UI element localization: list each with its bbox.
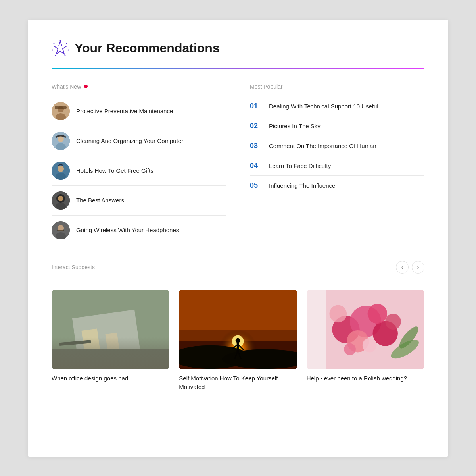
whats-new-item-text: Protective Preventative Maintenance <box>76 108 173 114</box>
svg-rect-30 <box>52 349 169 369</box>
whats-new-item[interactable]: Hotels How To Get Free Gifts <box>52 156 226 186</box>
new-dot <box>84 85 88 88</box>
whats-new-section: What's New Protective Preventative Maint… <box>52 83 226 245</box>
whats-new-item[interactable]: Cleaning And Organizing Your Computer <box>52 126 226 156</box>
suggest-cards-container: When office design goes bad <box>52 290 424 392</box>
gradient-divider <box>52 68 424 69</box>
interact-suggests-section: Interact Suggests ‹ › <box>52 261 424 392</box>
interact-divider <box>52 280 424 280</box>
whats-new-item-text: Hotels How To Get Free Gifts <box>76 167 154 174</box>
svg-rect-28 <box>81 328 100 354</box>
suggest-card[interactable]: Self Motivation How To Keep Yourself Mot… <box>179 290 297 392</box>
svg-marker-0 <box>54 41 67 54</box>
svg-point-3 <box>68 49 69 50</box>
main-card: Your Recommendations What's New <box>28 20 448 457</box>
svg-point-7 <box>54 43 55 44</box>
svg-point-2 <box>66 43 67 44</box>
interact-header: Interact Suggests ‹ › <box>52 261 424 274</box>
popular-item-text: Influencing The Influencer <box>269 182 337 189</box>
avatar <box>52 102 70 120</box>
suggest-card[interactable]: When office design goes bad <box>52 290 169 392</box>
suggest-card-title: Help - ever been to a Polish wedding? <box>307 375 407 382</box>
suggest-card-image <box>307 290 424 369</box>
suggest-card[interactable]: Help - ever been to a Polish wedding? <box>307 290 424 392</box>
whats-new-item-text: The Best Answers <box>76 197 124 204</box>
avatar <box>52 221 70 239</box>
whats-new-item-text: Cleaning And Organizing Your Computer <box>76 137 183 144</box>
next-arrow[interactable]: › <box>412 261 424 274</box>
avatar <box>52 191 70 210</box>
most-popular-item[interactable]: 01 Dealing With Technical Support 10 Use… <box>250 96 424 116</box>
svg-point-51 <box>367 304 387 324</box>
prev-arrow[interactable]: ‹ <box>396 261 409 274</box>
suggest-card-title: When office design goes bad <box>52 375 128 382</box>
svg-rect-25 <box>57 230 64 231</box>
header: Your Recommendations <box>52 40 424 57</box>
avatar <box>52 162 70 180</box>
svg-rect-11 <box>55 106 67 109</box>
page-title: Your Recommendations <box>75 41 220 56</box>
suggest-card-title: Self Motivation How To Keep Yourself Mot… <box>179 375 278 391</box>
whats-new-item[interactable]: Protective Preventative Maintenance <box>52 96 226 126</box>
whats-new-label: What's New <box>52 83 226 90</box>
most-popular-label: Most Popular <box>250 83 424 90</box>
svg-point-6 <box>52 49 53 50</box>
rank-number: 04 <box>250 162 261 170</box>
rank-number: 01 <box>250 102 261 110</box>
whats-new-item-text: Going Wireless With Your Headphones <box>76 227 179 233</box>
svg-point-5 <box>55 55 56 56</box>
svg-point-1 <box>60 40 61 41</box>
suggest-card-image <box>179 290 297 369</box>
most-popular-item[interactable]: 02 Pictures In The Sky <box>250 116 424 136</box>
suggest-card-image <box>52 290 169 369</box>
nav-arrows: ‹ › <box>396 261 424 274</box>
avatar <box>52 132 70 150</box>
svg-rect-58 <box>307 290 326 368</box>
popular-item-text: Comment On The Importance Of Human <box>269 143 376 149</box>
svg-rect-41 <box>237 343 239 353</box>
whats-new-item[interactable]: Going Wireless With Your Headphones <box>52 216 226 245</box>
svg-point-52 <box>329 305 347 322</box>
most-popular-item[interactable]: 03 Comment On The Importance Of Human <box>250 136 424 156</box>
whats-new-list: Protective Preventative Maintenance Clea… <box>52 96 226 245</box>
svg-point-55 <box>344 343 356 355</box>
rank-number: 03 <box>250 142 261 150</box>
star-icon <box>52 40 69 57</box>
whats-new-item[interactable]: The Best Answers <box>52 186 226 216</box>
interact-suggests-label: Interact Suggests <box>52 264 95 270</box>
svg-point-4 <box>65 55 66 56</box>
rank-number: 02 <box>250 122 261 130</box>
most-popular-section: Most Popular 01 Dealing With Technical S… <box>250 83 424 245</box>
popular-item-text: Pictures In The Sky <box>269 123 321 129</box>
svg-point-40 <box>236 338 240 343</box>
most-popular-item[interactable]: 04 Learn To Face Difficulty <box>250 156 424 176</box>
most-popular-list: 01 Dealing With Technical Support 10 Use… <box>250 96 424 195</box>
svg-point-16 <box>58 166 64 172</box>
svg-point-54 <box>362 338 376 352</box>
svg-rect-27 <box>72 309 141 365</box>
sections-container: What's New Protective Preventative Maint… <box>52 83 424 245</box>
popular-item-text: Dealing With Technical Support 10 Useful… <box>269 103 383 110</box>
most-popular-item[interactable]: 05 Influencing The Influencer <box>250 176 424 195</box>
svg-rect-31 <box>60 340 91 346</box>
popular-item-text: Learn To Face Difficulty <box>269 162 331 169</box>
rank-number: 05 <box>250 181 261 190</box>
svg-point-53 <box>385 314 401 330</box>
